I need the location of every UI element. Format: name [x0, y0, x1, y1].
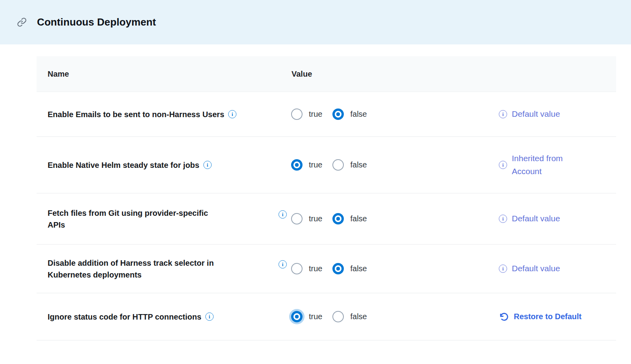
radio-true[interactable]: true	[291, 159, 322, 171]
radio-circle[interactable]	[291, 311, 303, 322]
radio-false[interactable]: false	[332, 108, 367, 120]
info-icon: i	[499, 161, 507, 169]
radio-group: true false	[291, 311, 377, 322]
setting-label: Fetch files from Git using provider-spec…	[48, 209, 208, 229]
setting-row: Enable Emails to be sent to non-Harness …	[37, 92, 616, 136]
radio-false[interactable]: false	[332, 263, 367, 274]
radio-false-label: false	[350, 214, 367, 223]
radio-circle[interactable]	[291, 108, 303, 120]
radio-false[interactable]: false	[332, 159, 367, 171]
radio-false-label: false	[350, 264, 367, 273]
status-label: Default value	[512, 108, 560, 121]
radio-true-label: true	[309, 312, 322, 321]
setting-row: Disable addition of Harness track select…	[37, 244, 616, 293]
setting-label: Enable Emails to be sent to non-Harness …	[48, 110, 224, 119]
radio-true-label: true	[309, 264, 322, 273]
status-label: Default value	[512, 212, 560, 225]
info-icon: i	[499, 215, 507, 223]
status-label: Inherited from Account	[512, 152, 563, 178]
radio-circle[interactable]	[332, 311, 344, 322]
radio-circle[interactable]	[291, 159, 303, 171]
radio-false-label: false	[350, 312, 367, 321]
setting-label: Disable addition of Harness track select…	[48, 259, 214, 279]
radio-group: true false	[291, 108, 377, 120]
radio-false-label: false	[350, 160, 367, 169]
column-header-value: Value	[279, 70, 499, 79]
radio-true-label: true	[309, 214, 322, 223]
setting-label: Ignore status code for HTTP connections	[48, 313, 201, 321]
setting-label: Enable Native Helm steady state for jobs	[48, 161, 199, 169]
restore-to-default-button[interactable]: Restore to Default	[514, 312, 581, 321]
settings-page: Continuous Deployment Name Value Enable …	[0, 0, 631, 364]
radio-circle[interactable]	[291, 213, 303, 224]
info-icon[interactable]: i	[205, 313, 214, 321]
section-header: Continuous Deployment	[0, 0, 631, 44]
info-icon[interactable]: i	[228, 110, 236, 118]
info-icon[interactable]: i	[203, 161, 212, 169]
info-icon: i	[499, 265, 507, 273]
column-header-name: Name	[37, 70, 279, 79]
radio-true[interactable]: true	[291, 263, 322, 274]
radio-true[interactable]: true	[291, 213, 322, 224]
radio-circle[interactable]	[332, 159, 344, 171]
radio-true-label: true	[309, 160, 322, 169]
radio-false-label: false	[350, 110, 367, 119]
radio-true-label: true	[309, 110, 322, 119]
setting-row: Ignore status code for HTTP connectionsi…	[37, 293, 616, 340]
info-icon: i	[499, 110, 507, 118]
radio-false[interactable]: false	[332, 311, 367, 322]
page-title: Continuous Deployment	[37, 16, 156, 28]
info-icon[interactable]: i	[279, 210, 287, 219]
radio-group: true false	[291, 159, 377, 171]
info-icon[interactable]: i	[279, 260, 287, 268]
status-label: Default value	[512, 262, 560, 275]
radio-group: true false	[291, 263, 377, 274]
restore-icon[interactable]	[499, 312, 509, 322]
link-icon[interactable]	[17, 17, 27, 28]
radio-true[interactable]: true	[291, 311, 322, 322]
radio-false[interactable]: false	[332, 213, 367, 224]
radio-group: true false	[291, 213, 377, 224]
radio-circle[interactable]	[332, 263, 344, 274]
radio-circle[interactable]	[291, 263, 303, 274]
setting-row: Enable Native Helm steady state for jobs…	[37, 136, 616, 193]
radio-true[interactable]: true	[291, 108, 322, 120]
radio-circle[interactable]	[332, 213, 344, 224]
settings-table: Name Value Enable Emails to be sent to n…	[37, 56, 616, 340]
setting-row: Fetch files from Git using provider-spec…	[37, 193, 616, 244]
radio-circle[interactable]	[332, 108, 344, 120]
table-header-row: Name Value	[37, 56, 616, 92]
